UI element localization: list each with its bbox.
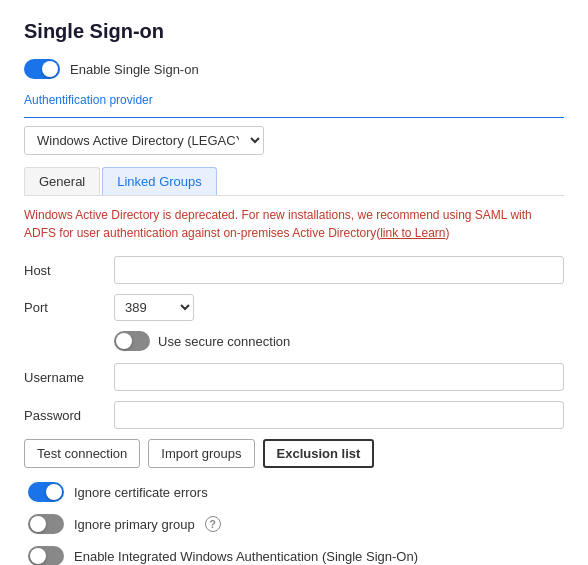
username-label: Username [24, 370, 114, 385]
sso-toggle[interactable] [24, 59, 60, 79]
tab-linked-groups[interactable]: Linked Groups [102, 167, 217, 195]
ignore-primary-toggle[interactable] [28, 514, 64, 534]
tab-general[interactable]: General [24, 167, 100, 195]
ignore-cert-toggle[interactable] [28, 482, 64, 502]
ignore-primary-label: Ignore primary group [74, 517, 195, 532]
page-title: Single Sign-on [24, 20, 564, 43]
auth-provider-section: Authentification provider [24, 93, 564, 118]
port-row: Port 389 636 [24, 294, 564, 321]
host-input[interactable] [114, 256, 564, 284]
ignore-cert-label: Ignore certificate errors [74, 485, 208, 500]
auth-provider-select[interactable]: Windows Active Directory (LEGACY) SAML L… [24, 126, 264, 155]
learn-link[interactable]: link to Learn [380, 226, 445, 240]
integrated-windows-toggle[interactable] [28, 546, 64, 565]
username-row: Username [24, 363, 564, 391]
action-buttons-row: Test connection Import groups Exclusion … [24, 439, 564, 468]
exclusion-list-button[interactable]: Exclusion list [263, 439, 375, 468]
password-input[interactable] [114, 401, 564, 429]
sso-toggle-label: Enable Single Sign-on [70, 62, 199, 77]
warning-text-after: ) [446, 226, 450, 240]
port-label: Port [24, 300, 114, 315]
tabs-row: General Linked Groups [24, 167, 564, 196]
username-input[interactable] [114, 363, 564, 391]
ignore-primary-help-icon[interactable]: ? [205, 516, 221, 532]
import-groups-button[interactable]: Import groups [148, 439, 254, 468]
host-label: Host [24, 263, 114, 278]
test-connection-button[interactable]: Test connection [24, 439, 140, 468]
password-label: Password [24, 408, 114, 423]
secure-connection-row: Use secure connection [114, 331, 564, 351]
warning-message: Windows Active Directory is deprecated. … [24, 206, 564, 242]
port-select[interactable]: 389 636 [114, 294, 194, 321]
sso-toggle-row: Enable Single Sign-on [24, 59, 564, 79]
ignore-cert-row: Ignore certificate errors [24, 482, 564, 502]
auth-provider-label: Authentification provider [24, 93, 564, 107]
integrated-windows-label: Enable Integrated Windows Authentication… [74, 549, 418, 564]
secure-connection-label: Use secure connection [158, 334, 290, 349]
secure-connection-toggle[interactable] [114, 331, 150, 351]
warning-text: Windows Active Directory is deprecated. … [24, 208, 532, 240]
ignore-primary-row: Ignore primary group ? [24, 514, 564, 534]
host-row: Host [24, 256, 564, 284]
integrated-windows-row: Enable Integrated Windows Authentication… [24, 546, 564, 565]
password-row: Password [24, 401, 564, 429]
